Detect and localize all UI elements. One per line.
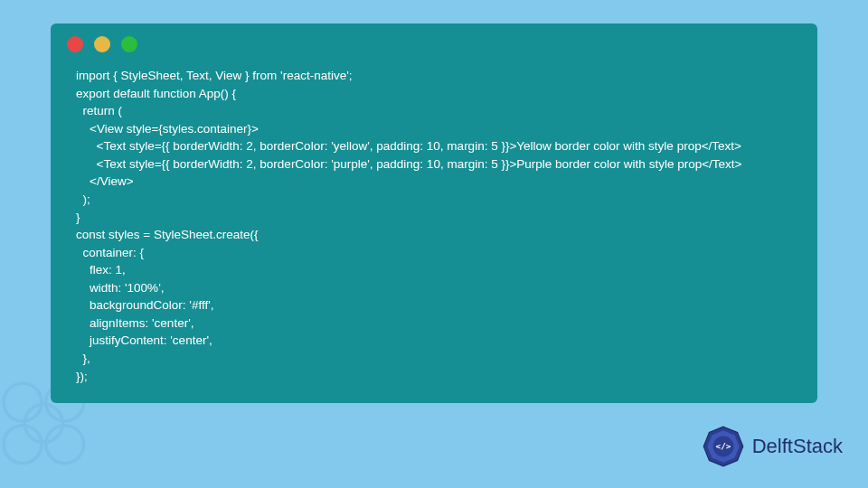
svg-text:</>: </> — [715, 441, 731, 451]
code-block: import { StyleSheet, Text, View } from '… — [51, 58, 817, 389]
svg-point-2 — [4, 426, 42, 464]
maximize-icon — [121, 36, 137, 52]
svg-point-3 — [46, 426, 84, 464]
brand-logo-icon: </> — [700, 423, 747, 470]
close-icon — [67, 36, 83, 52]
code-window: import { StyleSheet, Text, View } from '… — [51, 23, 817, 403]
branding: </> DelftStack — [700, 423, 843, 470]
window-controls — [51, 23, 817, 58]
svg-point-0 — [4, 383, 42, 421]
brand-name: DelftStack — [752, 435, 843, 458]
svg-point-4 — [24, 404, 62, 442]
minimize-icon — [94, 36, 110, 52]
